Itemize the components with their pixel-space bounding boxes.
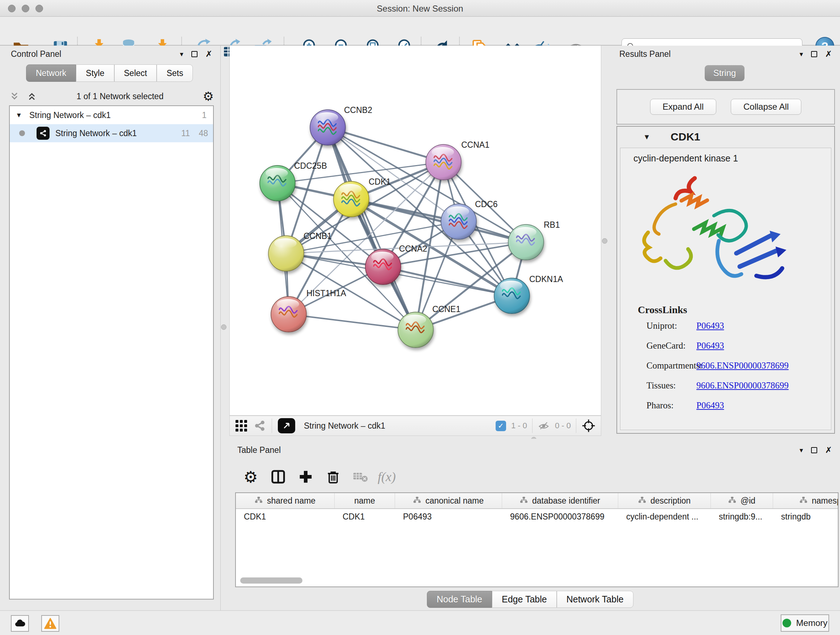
expand-all-button[interactable]: Expand All bbox=[650, 99, 716, 115]
delete-table-icon bbox=[353, 469, 369, 485]
function-builder-button: f(x) bbox=[377, 467, 396, 486]
column-header-shared-name[interactable]: shared name bbox=[236, 493, 335, 508]
selected-checkbox-icon[interactable]: ✓ bbox=[496, 421, 506, 431]
plus-icon bbox=[298, 470, 313, 484]
crosslink-link[interactable]: P06493 bbox=[696, 321, 724, 331]
table-settings-button[interactable]: ⚙ bbox=[241, 467, 261, 486]
tab-select[interactable]: Select bbox=[114, 65, 157, 82]
close-panel-icon[interactable]: ✗ bbox=[825, 445, 832, 455]
show-columns-button[interactable] bbox=[268, 467, 288, 486]
tab-edge-table[interactable]: Edge Table bbox=[492, 591, 557, 608]
tab-string[interactable]: String bbox=[705, 65, 745, 81]
protein-description: cyclin-dependent kinase 1 bbox=[621, 148, 831, 164]
horizontal-scrollbar-thumb[interactable] bbox=[240, 578, 302, 584]
table-row[interactable]: CDK1CDK1P064939606.ENSP00000378699cyclin… bbox=[236, 509, 838, 524]
share-gray-icon[interactable] bbox=[254, 420, 266, 432]
column-header-name[interactable]: name bbox=[335, 493, 395, 508]
panel-menu-icon[interactable]: ▾ bbox=[799, 50, 803, 58]
network-canvas[interactable]: CCNB2CCNA1CDC25BCDK1CDC6RB1CCNB1CCNA2CDK… bbox=[229, 46, 601, 416]
control-panel: Control Panel ▾ ✗ NetworkStyleSelectSets… bbox=[0, 46, 221, 610]
string-network-icon bbox=[36, 127, 50, 140]
edge-HIST1H1A-CCNE1[interactable] bbox=[289, 314, 416, 330]
network-collection-row[interactable]: ▼ String Network – cdk1 1 bbox=[10, 106, 213, 124]
node-CCNE1[interactable] bbox=[398, 312, 433, 348]
crosslink-row: Tissues:9606.ENSP00000378699 bbox=[621, 375, 831, 395]
column-header-database-identifier[interactable]: database identifier bbox=[502, 493, 618, 508]
network-list: ▼ String Network – cdk1 1 String Network… bbox=[9, 105, 214, 600]
crosslink-link[interactable]: 9606.ENSP00000378699 bbox=[696, 361, 789, 371]
tree-collapse-icon[interactable]: ▼ bbox=[10, 111, 22, 119]
network-selection-status: 1 of 1 Network selected bbox=[37, 92, 203, 101]
float-panel-icon[interactable] bbox=[811, 51, 817, 57]
hidden-eye-icon bbox=[538, 420, 550, 432]
current-network-dot-icon bbox=[19, 130, 25, 136]
close-panel-icon[interactable]: ✗ bbox=[825, 49, 832, 59]
crosslink-link[interactable]: P06493 bbox=[696, 401, 724, 410]
panel-menu-icon[interactable]: ▾ bbox=[799, 446, 803, 454]
tab-style[interactable]: Style bbox=[76, 65, 114, 82]
float-panel-icon[interactable] bbox=[191, 51, 197, 57]
node-CCNA1[interactable] bbox=[426, 144, 461, 180]
column-namespace-icon bbox=[413, 496, 421, 506]
column-header-@id[interactable]: @id bbox=[711, 493, 773, 508]
crosslink-link[interactable]: P06493 bbox=[696, 340, 724, 351]
memory-button[interactable]: Memory bbox=[781, 614, 829, 632]
crosslinks-list: Uniprot:P06493GeneCard:P06493Compartment… bbox=[621, 316, 831, 415]
node-label-RB1: RB1 bbox=[544, 220, 560, 230]
tab-sets[interactable]: Sets bbox=[156, 65, 193, 82]
edge-CCNA2-CDKN1A[interactable] bbox=[383, 267, 512, 296]
cloud-button[interactable] bbox=[11, 615, 29, 632]
left-splitter-handle[interactable] bbox=[221, 325, 226, 330]
node-CDK1[interactable] bbox=[333, 181, 369, 217]
center-view-icon[interactable] bbox=[581, 418, 596, 433]
node-CCNA2[interactable] bbox=[365, 249, 401, 285]
close-panel-icon[interactable]: ✗ bbox=[205, 49, 212, 59]
column-header-namespace[interactable]: namespace bbox=[773, 493, 838, 508]
results-panel-title: Results Panel bbox=[619, 49, 671, 59]
edge-CDK1-RB1[interactable] bbox=[351, 199, 526, 242]
edge-CCNB2-CCNA1[interactable] bbox=[328, 127, 444, 162]
expand-all-chevrons-icon[interactable] bbox=[9, 91, 20, 102]
node-CDC6[interactable] bbox=[441, 204, 477, 239]
gear-icon[interactable]: ⚙ bbox=[203, 91, 214, 102]
footer-separator bbox=[576, 418, 576, 433]
column-header-canonical-name[interactable]: canonical name bbox=[395, 493, 502, 508]
column-label: canonical name bbox=[425, 496, 484, 506]
node-CCNB2[interactable] bbox=[310, 110, 346, 145]
crosslink-link[interactable]: 9606.ENSP00000378699 bbox=[696, 380, 789, 391]
collapse-all-button[interactable]: Collapse All bbox=[731, 99, 801, 115]
column-label: database identifier bbox=[532, 496, 600, 506]
memory-label: Memory bbox=[796, 618, 828, 628]
control-panel-controls: ▾ ✗ bbox=[180, 49, 212, 59]
network-row[interactable]: String Network – cdk1 11 48 bbox=[10, 124, 213, 142]
gear-icon: ⚙ bbox=[243, 468, 257, 486]
node-HIST1H1A[interactable] bbox=[271, 296, 306, 332]
tab-network[interactable]: Network bbox=[26, 65, 76, 82]
column-header-description[interactable]: description bbox=[618, 493, 711, 508]
create-column-button[interactable] bbox=[296, 467, 316, 486]
detach-view-button[interactable] bbox=[278, 418, 295, 433]
network-graph[interactable]: CCNB2CCNA1CDC25BCDK1CDC6RB1CCNB1CCNA2CDK… bbox=[230, 46, 601, 415]
crosslink-row: Uniprot:P06493 bbox=[621, 316, 831, 336]
tab-network-table[interactable]: Network Table bbox=[557, 591, 633, 608]
node-CDC25B[interactable] bbox=[260, 165, 295, 201]
collapse-section-icon[interactable]: ▼ bbox=[643, 133, 651, 141]
delete-column-button[interactable] bbox=[324, 467, 343, 486]
trash-icon bbox=[326, 470, 340, 484]
warnings-button[interactable] bbox=[41, 615, 59, 632]
panel-menu-icon[interactable]: ▾ bbox=[180, 50, 183, 58]
node-CDKN1A[interactable] bbox=[494, 278, 530, 314]
node-label-CDKN1A: CDKN1A bbox=[529, 274, 563, 284]
table-header-row: shared namenamecanonical namedatabase id… bbox=[236, 493, 838, 509]
node-RB1[interactable] bbox=[508, 225, 544, 260]
right-splitter-handle[interactable] bbox=[602, 238, 607, 244]
network-collection-label: String Network – cdk1 bbox=[29, 111, 192, 120]
node-CCNB1[interactable] bbox=[268, 236, 304, 271]
tab-node-table[interactable]: Node Table bbox=[427, 591, 492, 608]
protein-header[interactable]: ▼ CDK1 bbox=[617, 127, 834, 147]
network-view-footer: String Network – cdk1 ✓ 1 - 0 0 - 0 bbox=[229, 416, 601, 436]
float-panel-icon[interactable] bbox=[811, 447, 817, 453]
collapse-all-chevrons-icon[interactable] bbox=[27, 91, 37, 102]
table-cell: CDK1 bbox=[335, 509, 395, 524]
grid-view-icon[interactable] bbox=[235, 419, 248, 432]
